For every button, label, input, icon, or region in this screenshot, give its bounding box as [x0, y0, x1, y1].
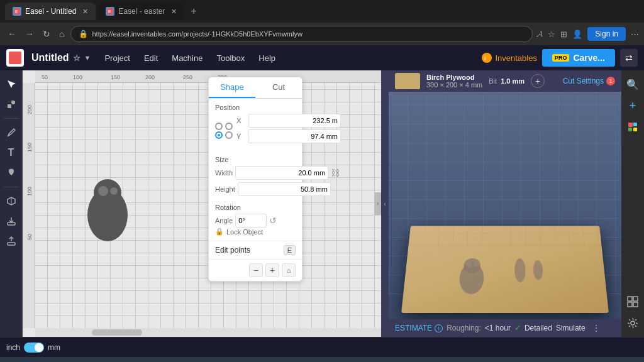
zoom-in-button[interactable]: + — [265, 263, 279, 277]
svg-text:100: 100 — [73, 74, 82, 80]
sidebar-item-apple[interactable] — [3, 164, 20, 182]
svg-point-4 — [482, 53, 492, 63]
scene-3d — [389, 92, 621, 319]
grid-icon[interactable] — [624, 293, 641, 310]
search-icon[interactable]: 🔍 — [624, 75, 641, 93]
add-material-button[interactable]: + — [531, 74, 545, 88]
radio-mr[interactable] — [225, 131, 233, 139]
rotation-row: Angle ↺ — [215, 214, 296, 228]
svg-point-58 — [631, 321, 635, 325]
sidebar-item-select[interactable] — [3, 75, 20, 93]
collections-button[interactable]: ⊞ — [560, 30, 567, 39]
tab-close-active[interactable]: ✕ — [82, 8, 88, 16]
inventables-logo: i Inventables — [481, 52, 537, 63]
tab-shape[interactable]: Shape — [209, 77, 255, 98]
sidebar-item-cube[interactable] — [3, 192, 20, 210]
inventables-text: Inventables — [495, 53, 537, 63]
sidebar-divider-1 — [4, 118, 19, 119]
sidebar-item-export[interactable] — [3, 233, 20, 250]
plus-icon-right[interactable]: + — [624, 97, 641, 114]
address-bar[interactable]: 🔒 https://easel.inventables.com/projects… — [70, 26, 533, 42]
radio-tl[interactable] — [215, 123, 223, 130]
preview-header: Birch Plywood 300 × 200 × 4 mm Bit 1.0 m… — [389, 70, 621, 92]
x-label: X — [236, 117, 244, 124]
tab-inactive[interactable]: E Easel - easter ✕ — [98, 3, 184, 20]
x-input[interactable] — [248, 114, 341, 128]
star-icon[interactable]: ☆ — [73, 53, 80, 63]
carve-button[interactable]: PRO Carve... — [542, 49, 615, 67]
zoom-home-button[interactable]: ⌂ — [282, 263, 296, 277]
menu-project[interactable]: Project — [98, 51, 136, 65]
menu-machine[interactable]: Machine — [165, 51, 209, 65]
svg-text:150: 150 — [111, 74, 120, 80]
radio-ml[interactable] — [215, 131, 223, 139]
toggle-knob — [35, 343, 43, 352]
svg-rect-55 — [633, 297, 638, 301]
roughing-value: <1 hour — [485, 324, 511, 332]
menu-toolbox[interactable]: Toolbox — [210, 51, 251, 65]
scrollbar-thumb-h[interactable] — [92, 329, 142, 336]
read-aloud-button[interactable]: 𝓐 — [536, 29, 543, 39]
position-section: Position X — [209, 99, 302, 156]
extensions-button[interactable]: ⋯ — [631, 30, 639, 39]
bit-label: Bit — [489, 77, 497, 85]
panel-divider[interactable]: ‹ — [381, 70, 389, 337]
svg-rect-52 — [628, 128, 632, 131]
preview-canvas[interactable] — [389, 92, 621, 319]
canvas-scrollbar-h[interactable] — [35, 328, 381, 337]
unit-toggle: inch mm — [6, 343, 60, 353]
y-row: Y — [236, 129, 341, 143]
back-button[interactable]: ← — [5, 26, 19, 41]
radio-tr[interactable] — [225, 123, 233, 130]
collapse-handle[interactable]: › — [374, 192, 381, 215]
tab-cut[interactable]: Cut — [255, 77, 302, 98]
y-input[interactable] — [248, 129, 341, 143]
tab-active[interactable]: E Easel - Untitled ✕ — [5, 3, 96, 20]
arrows-button[interactable]: ⇄ — [620, 49, 638, 67]
sidebar-item-text[interactable]: T — [3, 144, 20, 162]
cut-settings-badge: 1 — [606, 77, 615, 85]
svg-point-37 — [98, 186, 108, 196]
cut-settings-button[interactable]: Cut Settings 1 — [563, 77, 615, 85]
svg-text:50: 50 — [42, 74, 48, 80]
unit-toggle-switch[interactable] — [24, 343, 44, 353]
simulate-button[interactable]: Simulate — [556, 324, 586, 332]
account-button[interactable]: 👤 — [572, 30, 582, 39]
caret-icon[interactable]: ▼ — [84, 54, 91, 62]
angle-input[interactable] — [235, 214, 267, 228]
tab-bar: E Easel - Untitled ✕ E Easel - easter ✕ … — [0, 0, 644, 23]
svg-rect-6 — [8, 104, 11, 108]
more-options-button[interactable]: ⋮ — [592, 323, 601, 333]
tab-close-inactive[interactable]: ✕ — [171, 8, 177, 16]
svg-rect-53 — [633, 128, 637, 131]
gear-icon[interactable] — [624, 314, 641, 332]
svg-text:250: 250 — [183, 74, 192, 80]
sidebar-item-shapes[interactable] — [3, 96, 20, 113]
height-input[interactable] — [238, 182, 331, 196]
reset-rotation-button[interactable]: ↺ — [269, 216, 277, 226]
menu-edit[interactable]: Edit — [138, 51, 164, 65]
size-section: Size Width ⛓ Height — [209, 156, 302, 204]
sign-in-button[interactable]: Sign in — [587, 27, 626, 41]
width-input[interactable] — [235, 166, 328, 180]
estimate-label: ESTIMATE i — [395, 324, 443, 332]
office-icon[interactable] — [624, 118, 641, 136]
menu-help[interactable]: Help — [252, 51, 282, 65]
new-tab-button[interactable]: + — [187, 6, 200, 17]
estimate-info-icon[interactable]: i — [435, 324, 443, 332]
sidebar-item-import[interactable] — [3, 212, 20, 230]
svg-text:E: E — [15, 9, 18, 14]
app-logo — [6, 49, 24, 67]
link-icon[interactable]: ⛓ — [331, 168, 340, 178]
favorites-button[interactable]: ☆ — [548, 30, 555, 39]
home-button[interactable]: ⌂ — [57, 26, 67, 41]
sidebar-item-pen[interactable] — [3, 124, 20, 141]
board-surface — [401, 226, 609, 313]
canvas-area[interactable]: 50 100 150 200 250 300 200 150 100 50 — [23, 70, 381, 337]
svg-rect-50 — [628, 123, 633, 127]
refresh-button[interactable]: ↻ — [40, 26, 53, 41]
zoom-out-button[interactable]: − — [249, 263, 263, 277]
app-bar-right: i Inventables PRO Carve... ⇄ — [481, 49, 638, 67]
forward-button[interactable]: → — [23, 26, 36, 41]
edit-points-label[interactable]: Edit points — [215, 246, 250, 255]
